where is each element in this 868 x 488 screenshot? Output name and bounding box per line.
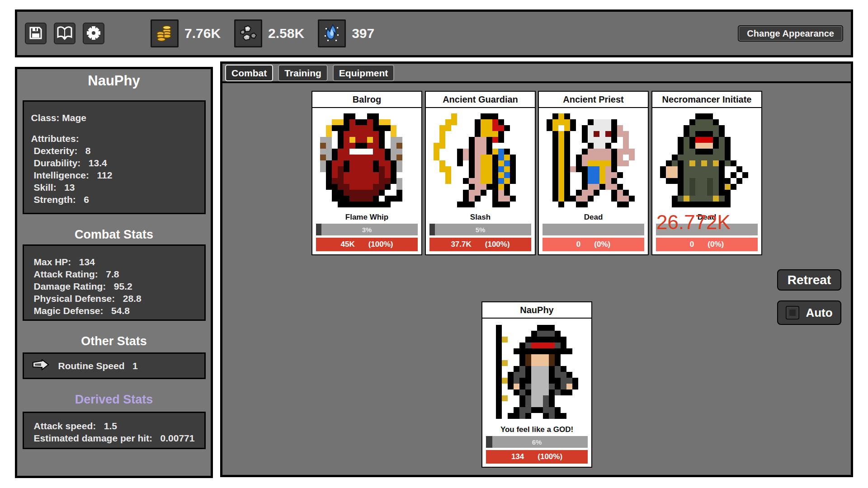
hp-value: 45K bbox=[341, 240, 355, 249]
currency-ore: 2.58K bbox=[234, 19, 304, 47]
card-title: Ancient Guardian bbox=[426, 92, 535, 108]
nauphy-sprite bbox=[482, 319, 591, 425]
stat-line: Attack speed: 1.5 bbox=[31, 420, 197, 432]
hp-percent: (100%) bbox=[538, 452, 562, 461]
cast-bar-text: 6% bbox=[486, 436, 588, 448]
derived-stats-box: Attack speed: 1.5Estimated damage per hi… bbox=[23, 412, 206, 449]
stat-line: Durability: 13.4 bbox=[31, 157, 197, 169]
mana-icon[interactable] bbox=[318, 19, 346, 47]
hp-percent: (100%) bbox=[368, 240, 393, 249]
hp-value: 0 bbox=[690, 240, 694, 249]
stat-line: Attack Rating: 7.8 bbox=[31, 268, 197, 280]
hp-bar: 37.7K (100%) bbox=[429, 238, 531, 251]
hp-value: 0 bbox=[576, 240, 580, 249]
character-name: NauPhy bbox=[17, 73, 211, 89]
retreat-button[interactable]: Retreat bbox=[777, 269, 841, 291]
hp-percent: (0%) bbox=[708, 240, 724, 249]
card-status: Slash bbox=[426, 213, 535, 223]
card-title: Necromancer Initiate bbox=[652, 92, 761, 108]
player-card[interactable]: NauPhy You feel like a GOD! 6% 134 (100%… bbox=[481, 301, 592, 468]
ore-icon[interactable] bbox=[234, 19, 262, 47]
cast-bar-text: 5% bbox=[429, 224, 531, 235]
game-window: 7.76K 2.58K 397 Change Appearance NauPhy… bbox=[0, 0, 868, 488]
card-status: Dead bbox=[539, 213, 648, 223]
other-stats-heading: Other Stats bbox=[17, 334, 211, 348]
stat-line: Estimated damage per hit: 0.00771 bbox=[31, 432, 197, 444]
card-title: Balrog bbox=[312, 92, 421, 108]
derived-stats-list: Attack speed: 1.5Estimated damage per hi… bbox=[31, 420, 197, 444]
stat-line: Magic Defense: 54.8 bbox=[31, 305, 197, 317]
cast-bar bbox=[656, 224, 758, 235]
tab-bar: Combat Training Equipment bbox=[222, 64, 851, 83]
card-title: Ancient Priest bbox=[539, 92, 648, 108]
card-title: NauPhy bbox=[482, 302, 591, 319]
attributes-box: Class: Mage Attributes: Dexterity: 8Dura… bbox=[23, 100, 206, 214]
enemy-card[interactable]: Balrog Flame Whip 3% 45K (100%) bbox=[311, 91, 422, 255]
toolbar bbox=[25, 23, 104, 44]
card-status: Flame Whip bbox=[312, 213, 421, 223]
ancient-priest-sprite bbox=[539, 108, 648, 213]
tab-combat[interactable]: Combat bbox=[225, 65, 273, 81]
attributes-heading: Attributes: bbox=[31, 132, 197, 145]
hp-value: 37.7K bbox=[451, 240, 471, 249]
hp-bar: 0 (0%) bbox=[542, 238, 644, 251]
tab-training[interactable]: Training bbox=[278, 65, 328, 81]
ore-amount: 2.58K bbox=[268, 26, 304, 41]
currency-mana: 397 bbox=[318, 19, 374, 47]
cast-bar-text bbox=[542, 224, 644, 235]
routine-arrow-icon bbox=[32, 359, 49, 373]
derived-stats-heading: Derived Stats bbox=[17, 393, 211, 407]
other-stats-box: Routine Speed 1 bbox=[23, 352, 206, 379]
stat-line: Strength: 6 bbox=[31, 193, 197, 206]
ancient-guardian-sprite bbox=[426, 108, 535, 213]
cast-bar bbox=[542, 224, 644, 235]
save-button[interactable] bbox=[25, 23, 47, 44]
attribute-list: Dexterity: 8Durability: 13.4Intelligence… bbox=[31, 145, 197, 206]
enemy-card[interactable]: Ancient Priest Dead 0 (0%) bbox=[538, 91, 649, 255]
routine-speed-line: Routine Speed 1 bbox=[58, 360, 138, 372]
stat-line: Physical Defense: 28.8 bbox=[31, 292, 197, 305]
gear-icon bbox=[86, 26, 101, 42]
mana-amount: 397 bbox=[352, 26, 374, 41]
stat-line: Max HP: 134 bbox=[31, 256, 197, 268]
card-status: You feel like a GOD! bbox=[482, 425, 591, 435]
settings-button[interactable] bbox=[83, 23, 104, 44]
currency-bar: 7.76K 2.58K 397 bbox=[151, 19, 382, 47]
auto-label: Auto bbox=[806, 306, 832, 320]
cast-bar-text: 3% bbox=[316, 224, 418, 235]
stat-line: Damage Rating: 95.2 bbox=[31, 280, 197, 292]
combat-stats-heading: Combat Stats bbox=[17, 228, 211, 242]
change-appearance-button[interactable]: Change Appearance bbox=[738, 25, 843, 42]
enemy-card[interactable]: Ancient Guardian Slash 5% 37.7K (100%) bbox=[425, 91, 536, 255]
hp-percent: (0%) bbox=[594, 240, 610, 249]
top-bar: 7.76K 2.58K 397 Change Appearance bbox=[15, 9, 853, 57]
stat-line: Skill: 13 bbox=[31, 181, 197, 193]
tab-equipment[interactable]: Equipment bbox=[333, 65, 395, 81]
combat-stats-list: Max HP: 134Attack Rating: 7.8Damage Rati… bbox=[31, 256, 197, 317]
currency-gold: 7.76K bbox=[151, 19, 221, 47]
stat-line: Dexterity: 8 bbox=[31, 145, 197, 157]
cast-bar-text bbox=[656, 224, 758, 235]
gold-amount: 7.76K bbox=[184, 26, 221, 41]
hp-bar: 134 (100%) bbox=[486, 450, 588, 464]
cast-bar: 6% bbox=[486, 436, 588, 448]
character-sidebar: NauPhy Class: Mage Attributes: Dexterity… bbox=[15, 67, 213, 478]
cast-bar: 5% bbox=[429, 224, 531, 235]
auto-toggle[interactable]: Auto bbox=[777, 300, 841, 325]
class-line: Class: Mage bbox=[31, 112, 197, 124]
save-icon bbox=[28, 26, 43, 42]
auto-checkbox[interactable] bbox=[786, 306, 799, 319]
hp-percent: (100%) bbox=[485, 240, 510, 249]
enemy-card[interactable]: Necromancer Initiate Dead 0 (0%) bbox=[651, 91, 762, 255]
gold-coins-icon[interactable] bbox=[151, 19, 179, 47]
necromancer-initiate-sprite bbox=[652, 108, 761, 213]
card-status: Dead bbox=[652, 213, 761, 223]
stat-line: Intelligence: 112 bbox=[31, 169, 197, 181]
hp-value: 134 bbox=[511, 452, 524, 461]
combat-panel: Combat Training Equipment 26.772K Retrea… bbox=[220, 61, 853, 477]
balrog-sprite bbox=[312, 108, 421, 213]
hp-bar: 0 (0%) bbox=[656, 238, 758, 251]
combat-stats-box: Max HP: 134Attack Rating: 7.8Damage Rati… bbox=[23, 244, 206, 321]
cast-bar: 3% bbox=[316, 224, 418, 235]
journal-button[interactable] bbox=[54, 23, 75, 44]
